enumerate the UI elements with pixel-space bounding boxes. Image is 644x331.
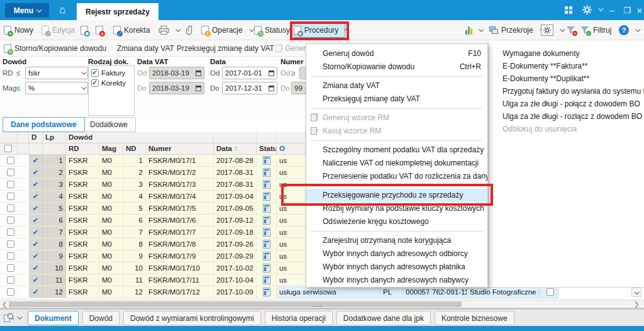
row-selected-check[interactable]: ✔ xyxy=(29,203,43,215)
col-header-rd[interactable]: RD xyxy=(66,143,99,155)
filter-datavat-do-input[interactable]: 2018-03-19 xyxy=(149,82,204,94)
bottom-tab[interactable]: Dowód z wymiarami kontrolingowymi xyxy=(123,311,261,325)
row-checkbox[interactable] xyxy=(7,240,14,248)
clear-filter-button[interactable]: × xyxy=(566,24,576,36)
row-checkbox[interactable] xyxy=(7,288,14,296)
menu-item[interactable]: Przeksięguj zmianę daty VAT xyxy=(306,93,487,106)
settings-gear-icon[interactable] xyxy=(582,5,592,14)
col-header-numer[interactable]: Numer xyxy=(146,143,214,155)
grid-settings-button[interactable] xyxy=(541,24,564,36)
filter-mag-select[interactable]: % xyxy=(25,82,88,94)
menu-item[interactable]: Zarejestruj otrzymaną note korygująca xyxy=(306,234,487,247)
menu-item[interactable]: Naliczenie VAT od niekompletnej dokument… xyxy=(306,157,487,170)
horizontal-scrollbar-thumb[interactable] xyxy=(9,301,462,307)
procedures-button[interactable]: Procedury xyxy=(294,23,345,38)
minimize-button[interactable]: – xyxy=(605,0,619,20)
select-all-checkbox[interactable] xyxy=(4,145,12,152)
correction-button[interactable]: Korekta xyxy=(113,24,150,36)
row-checkbox[interactable] xyxy=(7,276,14,284)
menu-item[interactable]: Rozbij wymiary na podstawie kluczy koszt… xyxy=(306,202,487,215)
row-checkbox[interactable] xyxy=(7,157,14,164)
checkbox-icon[interactable] xyxy=(91,69,99,77)
row-checkbox[interactable] xyxy=(7,169,14,176)
new-button[interactable]: Nowy xyxy=(4,24,33,36)
tab-dane-podstawowe[interactable]: Dane podstawowe xyxy=(3,117,85,132)
print-button[interactable] xyxy=(158,24,179,36)
row-selected-check[interactable]: ✔ xyxy=(29,179,43,191)
row-checkbox[interactable] xyxy=(7,181,14,188)
vertical-scrollbar-arrow[interactable] xyxy=(631,288,641,297)
menu-item[interactable]: Wybór innych danych adresowych płatnika xyxy=(306,261,487,274)
menu-item[interactable]: F10Generuj dowód xyxy=(306,47,487,60)
preview-panel-button[interactable] xyxy=(4,313,21,322)
menu-item[interactable]: Wybór innych danych adresowych nabywcy xyxy=(306,274,487,287)
filter-button[interactable]: ✓ Filtruj xyxy=(580,24,611,36)
row-checkbox[interactable] xyxy=(7,228,14,236)
close-button[interactable]: × xyxy=(633,0,644,20)
filter-data-od-input[interactable]: 2017-01-01 xyxy=(222,67,277,79)
change-vat-date-button[interactable]: Zmiana daty VAT xyxy=(117,43,174,54)
splitter-handle[interactable]: ••• xyxy=(309,305,326,309)
row-checkbox[interactable] xyxy=(7,205,14,212)
filter-datavat-od-input[interactable]: 2018-03-19 xyxy=(149,67,204,79)
row-selected-check[interactable]: ✔ xyxy=(29,155,43,167)
storno-copy-button[interactable]: Storno/Kopiowanie dowodu xyxy=(4,43,106,54)
menu-item[interactable]: Przeniesienie podatku VAT do rozliczenia… xyxy=(306,170,487,183)
row-selected-check[interactable]: ✔ xyxy=(29,262,43,274)
col-header-status[interactable]: Status xyxy=(257,143,277,155)
submenu-item[interactable]: E-Dokumenty **Duplikat** xyxy=(489,72,644,85)
main-menu-button[interactable]: Menu xyxy=(5,3,49,18)
maximize-button[interactable]: ❒ xyxy=(620,0,634,20)
row-selected-check[interactable]: ✔ xyxy=(29,191,43,203)
submenu-item[interactable]: Przygotuj faktury do wysłania do systemu… xyxy=(489,85,644,98)
menu-item[interactable]: Kasuj wzorce RM xyxy=(306,125,487,138)
generate-button[interactable]: Generu xyxy=(275,43,310,54)
filter-data-do-input[interactable]: 2017-12-31 xyxy=(222,82,277,94)
submenu-item[interactable]: Wymagane dokumenty xyxy=(489,47,644,60)
repost-vat-date-button[interactable]: Przeksięguj zmianę daty VAT xyxy=(177,43,274,54)
bottom-tab[interactable]: Kontrole biznesowe xyxy=(435,311,514,325)
row-checkbox[interactable] xyxy=(7,252,14,260)
bottom-tab[interactable]: Dokument xyxy=(28,311,79,325)
filter-rodzaj-option[interactable]: Korekty xyxy=(91,78,131,88)
tab-dodatkowe[interactable]: Dodatkowe xyxy=(82,117,136,132)
chart-button[interactable] xyxy=(465,24,482,36)
menu-item[interactable]: Wybór innych danych adresowych odbiorcy xyxy=(306,247,487,261)
filter-rodzaj-option[interactable]: Faktury xyxy=(91,68,131,78)
row-selected-check[interactable]: ✔ xyxy=(29,238,43,250)
submenu-item[interactable]: Ulga za złe długi - rozłącz z dowodem BO xyxy=(489,110,644,123)
row-checkbox[interactable] xyxy=(7,264,14,272)
row-checkbox[interactable] xyxy=(7,216,14,224)
col-header-lp[interactable]: Lp xyxy=(43,132,66,143)
col-header-d[interactable]: D xyxy=(29,132,43,143)
menu-item[interactable]: Generuj wzorce RM xyxy=(306,111,487,125)
cross-sections-button[interactable]: Przekroje xyxy=(489,24,543,36)
settings-chevron-icon[interactable] xyxy=(598,6,603,11)
row-selected-check[interactable]: ✔ xyxy=(29,227,43,238)
col-group-dowod[interactable]: Dowód xyxy=(66,132,214,143)
menu-item[interactable]: Zmiana daty VAT xyxy=(306,79,487,93)
submenu-item[interactable]: E-Dokumenty **Faktura** xyxy=(489,60,644,72)
menu-item[interactable]: Przeksięgowanie przychodu ze sprzedaży xyxy=(306,189,487,202)
bottom-tab[interactable]: Dodatkowe dane dla jpk xyxy=(336,311,431,325)
menu-item[interactable]: Ctrl+RStorno/Kopiowanie dowodu xyxy=(306,60,487,74)
delete-button[interactable] xyxy=(96,24,103,36)
col-header-data[interactable]: Data ↑ xyxy=(214,143,257,155)
checkbox-icon[interactable] xyxy=(91,79,99,87)
col-header-mag[interactable]: Mag xyxy=(99,143,123,155)
attachment-button[interactable] xyxy=(186,24,194,36)
bottom-tab[interactable]: Historia operacji xyxy=(265,311,333,325)
row-selected-check[interactable]: ✔ xyxy=(29,250,43,262)
help-button[interactable]: ? xyxy=(619,24,639,36)
submenu-item[interactable]: Ulga za złe długi - połącz z dowodem BO xyxy=(489,98,644,110)
col-header-nd[interactable]: ND xyxy=(123,143,146,155)
home-icon[interactable]: ⌂ xyxy=(59,3,65,18)
operations-button[interactable]: Operacje xyxy=(201,24,253,36)
row-checkbox[interactable] xyxy=(7,193,14,200)
submenu-item[interactable]: Odblokuj do usunięcia xyxy=(489,123,644,135)
window-tab[interactable]: Rejestr sprzedaży xyxy=(77,3,158,20)
row-selected-check[interactable]: ✔ xyxy=(29,286,43,298)
row-selected-check[interactable]: ✔ xyxy=(29,274,43,286)
bottom-tab[interactable]: Dowód xyxy=(82,311,119,325)
menu-item[interactable]: Szczególny moment podatku VAT dla sprzed… xyxy=(306,143,487,157)
